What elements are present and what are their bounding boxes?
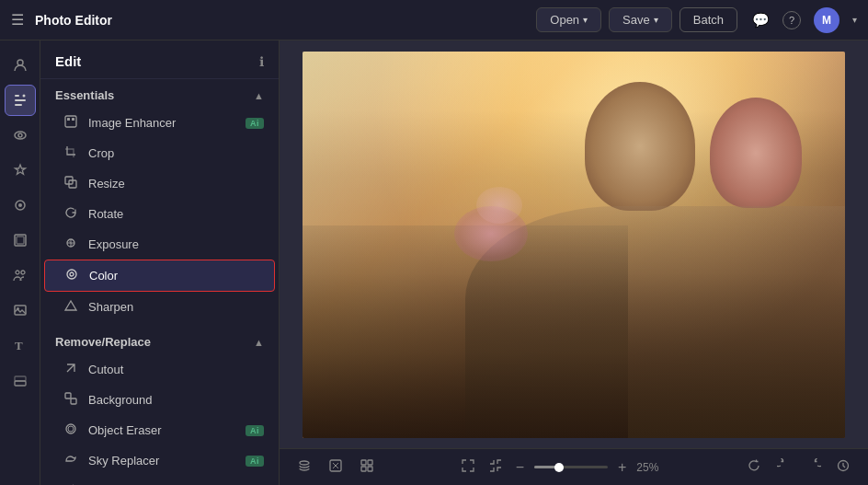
essentials-chevron: ▲ <box>254 90 264 101</box>
svg-point-8 <box>18 203 22 207</box>
app-title: Photo Editor <box>35 13 112 28</box>
sidebar-item-eye[interactable] <box>5 120 36 151</box>
sidebar-item-effects[interactable] <box>5 155 36 186</box>
menu-item-background[interactable]: Background <box>40 385 279 415</box>
svg-point-24 <box>67 270 76 279</box>
svg-rect-20 <box>72 118 74 121</box>
svg-rect-17 <box>15 376 26 381</box>
zoom-thumb[interactable] <box>554 463 564 472</box>
svg-point-0 <box>17 60 23 65</box>
object-eraser-icon <box>63 422 79 438</box>
menu-item-replace-color[interactable]: Replace Color <box>40 476 279 485</box>
bottom-toolbar: − + 25% <box>280 448 868 485</box>
svg-rect-10 <box>17 237 24 244</box>
batch-button[interactable]: Batch <box>680 7 737 32</box>
undo-icon[interactable] <box>774 456 794 479</box>
expand-icon[interactable] <box>458 456 478 479</box>
zoom-value: 25% <box>636 461 664 474</box>
photo-canvas[interactable] <box>303 52 845 438</box>
help-icon[interactable]: ? <box>782 11 801 29</box>
sidebar-item-frame[interactable] <box>5 225 36 256</box>
open-button[interactable]: Open ▾ <box>536 7 601 32</box>
sidebar-item-image[interactable] <box>5 294 36 326</box>
background-icon <box>63 392 79 408</box>
avatar[interactable]: M <box>814 7 839 33</box>
resize-icon <box>63 176 79 191</box>
topbar: ☰ Photo Editor Open ▾ Save ▾ Batch 💬 ? M… <box>0 0 868 40</box>
object-eraser-ai-badge: Ai <box>246 425 264 436</box>
panel-title: Edit <box>55 53 81 69</box>
essentials-section-header[interactable]: Essentials ▲ <box>40 79 279 108</box>
panel-info-icon[interactable]: ℹ <box>259 54 264 69</box>
save-button[interactable]: Save ▾ <box>609 7 672 32</box>
menu-item-object-eraser[interactable]: Object Eraser Ai <box>40 415 279 445</box>
sidebar-item-people[interactable] <box>5 260 36 291</box>
frame-toolbar-icon[interactable] <box>326 456 346 479</box>
image-enhancer-ai-badge: Ai <box>246 118 264 129</box>
menu-item-sharpen[interactable]: Sharpen <box>40 292 279 322</box>
svg-rect-33 <box>368 460 372 465</box>
rotate-icon <box>63 206 79 222</box>
remove-replace-section-header[interactable]: Remove/Replace ▲ <box>40 326 279 354</box>
canvas-area: − + 25% <box>280 40 868 485</box>
topbar-icons: 💬 ? M ▾ <box>752 7 857 33</box>
sharpen-icon <box>63 299 79 315</box>
cutout-label: Cutout <box>88 363 264 376</box>
essentials-title: Essentials <box>55 88 114 102</box>
svg-rect-19 <box>67 118 70 121</box>
rotate-right-icon[interactable] <box>745 456 765 479</box>
sidebar-item-magic[interactable] <box>5 190 36 221</box>
zoom-track <box>534 466 556 468</box>
svg-rect-35 <box>368 467 372 471</box>
zoom-slider[interactable] <box>534 466 608 468</box>
remove-replace-title: Remove/Replace <box>55 335 151 349</box>
color-label: Color <box>89 269 263 283</box>
svg-rect-34 <box>361 467 366 471</box>
sidebar-item-layers[interactable] <box>5 364 36 396</box>
svg-rect-32 <box>361 460 366 465</box>
menu-item-crop[interactable]: Crop <box>40 138 279 168</box>
menu-item-cutout[interactable]: Cutout <box>40 354 279 385</box>
history-icon[interactable] <box>833 456 853 479</box>
toolbar-center: − + 25% <box>458 456 665 479</box>
remove-replace-chevron: ▲ <box>254 337 264 348</box>
layers-toolbar-icon[interactable] <box>294 456 314 479</box>
svg-point-25 <box>70 272 74 276</box>
crop-icon <box>63 145 79 161</box>
svg-point-6 <box>18 133 22 137</box>
exposure-icon <box>63 237 79 252</box>
menu-item-exposure[interactable]: Exposure <box>40 229 279 260</box>
svg-rect-18 <box>65 116 76 127</box>
menu-item-color[interactable]: Color <box>44 260 275 292</box>
sky-replacer-icon <box>63 453 79 468</box>
svg-rect-3 <box>15 104 22 106</box>
left-panel: Edit ℹ Essentials ▲ Image Enhancer Ai Cr… <box>40 40 280 485</box>
svg-rect-27 <box>71 398 76 404</box>
menu-item-sky-replacer[interactable]: Sky Replacer Ai <box>40 445 279 476</box>
chat-icon[interactable]: 💬 <box>752 12 770 29</box>
svg-rect-1 <box>15 95 19 97</box>
zoom-out-icon[interactable]: − <box>513 456 527 479</box>
cutout-icon <box>63 362 79 377</box>
redo-icon[interactable] <box>804 456 824 479</box>
image-enhancer-icon <box>63 115 79 131</box>
sky-replacer-ai-badge: Ai <box>246 456 264 467</box>
menu-item-resize[interactable]: Resize <box>40 168 279 199</box>
sky-replacer-label: Sky Replacer <box>88 454 236 468</box>
toolbar-right <box>745 456 853 479</box>
avatar-chevron[interactable]: ▾ <box>852 15 857 25</box>
grid-toolbar-icon[interactable] <box>357 456 377 479</box>
svg-point-11 <box>16 271 19 274</box>
menu-icon[interactable]: ☰ <box>11 11 24 29</box>
menu-item-image-enhancer[interactable]: Image Enhancer Ai <box>40 108 279 138</box>
object-eraser-label: Object Eraser <box>88 423 236 437</box>
toolbar-left <box>294 456 377 479</box>
svg-rect-16 <box>15 381 26 386</box>
sidebar-item-person[interactable] <box>5 50 36 81</box>
contract-icon[interactable] <box>485 456 506 479</box>
canvas-container[interactable] <box>280 40 868 448</box>
menu-item-rotate[interactable]: Rotate <box>40 199 279 229</box>
sidebar-item-edit[interactable] <box>5 85 36 116</box>
zoom-in-icon[interactable]: + <box>615 456 629 479</box>
sidebar-item-text[interactable]: T <box>5 329 36 361</box>
